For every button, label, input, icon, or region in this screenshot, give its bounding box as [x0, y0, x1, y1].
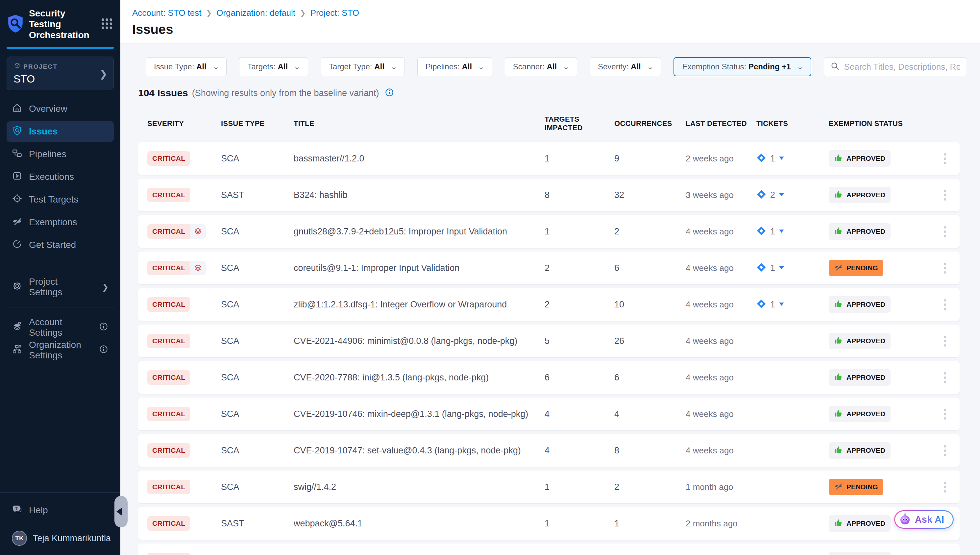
- sidebar-item-pipelines[interactable]: Pipelines: [6, 144, 114, 164]
- issue-title: gnutls28@3.7.9-2+deb12u5: Improper Input…: [294, 226, 545, 237]
- sidebar-item-organization-settings[interactable]: Organization Settings: [6, 340, 114, 360]
- row-menu-button[interactable]: [940, 260, 950, 277]
- sidebar-item-label: Overview: [29, 104, 67, 114]
- breadcrumb-account-link[interactable]: Account: STO test: [132, 8, 202, 18]
- severity-badge: CRITICAL: [148, 480, 190, 494]
- occurrences: 1: [614, 518, 686, 529]
- ticket-chip[interactable]: 1: [756, 262, 829, 274]
- filter-dropdown-severity[interactable]: Severity: All ⌄: [590, 57, 661, 76]
- sidebar-item-label: Executions: [29, 172, 74, 182]
- project-selector[interactable]: PROJECT STO ❯: [6, 56, 114, 90]
- ask-ai-button[interactable]: Ask AI: [894, 510, 954, 529]
- issue-row[interactable]: CRITICAL SAST django@1.2 1 22 2 months a…: [138, 544, 960, 555]
- sidebar-item-test-targets[interactable]: Test Targets: [6, 189, 114, 210]
- exempted-occurrences-icon: [190, 261, 206, 275]
- sidebar-item-label: Test Targets: [29, 194, 78, 205]
- row-menu-button[interactable]: [940, 478, 950, 496]
- module-grid-icon[interactable]: [100, 17, 114, 32]
- issue-row[interactable]: CRITICAL SCA bassmaster//1.2.0 1 9 2 wee…: [138, 142, 960, 175]
- sto-shield-logo-icon: [7, 14, 24, 34]
- chevron-down-icon: ⌄: [796, 63, 804, 71]
- ticket-chip[interactable]: 1: [756, 226, 829, 237]
- sidebar-item-get-started[interactable]: Get Started: [6, 235, 114, 255]
- caret-down-icon[interactable]: [779, 192, 784, 198]
- row-menu-button[interactable]: [940, 186, 950, 204]
- sidebar-item-executions[interactable]: Executions: [6, 167, 114, 187]
- sidebar-item-exemptions[interactable]: Exemptions: [6, 212, 114, 233]
- row-menu-button[interactable]: [940, 369, 950, 387]
- last-detected: 2 months ago: [686, 518, 756, 529]
- info-icon[interactable]: [385, 87, 394, 99]
- issues-count: 104 Issues: [138, 87, 188, 99]
- caret-down-icon[interactable]: [779, 228, 784, 234]
- row-menu-button[interactable]: [940, 406, 950, 423]
- targets-impacted: 1: [545, 518, 614, 529]
- issue-row[interactable]: CRITICAL SCA CVE-2019-10746: mixin-deep@…: [138, 398, 960, 430]
- ai-bot-icon: [898, 513, 912, 527]
- eye-slash-icon: [834, 482, 843, 492]
- caret-down-icon[interactable]: [779, 265, 784, 271]
- exemption-status-label: APPROVED: [847, 300, 885, 308]
- thumbs-up-icon: [834, 299, 843, 310]
- column-header-targets-impacted: TARGETS IMPACTED: [545, 115, 614, 132]
- issues-count-note: (Showing results only from the baseline …: [192, 88, 379, 98]
- exemption-status-badge: APPROVED: [829, 296, 890, 313]
- issue-type: SCA: [221, 446, 294, 456]
- executions-icon: [12, 171, 22, 183]
- row-menu-button[interactable]: [940, 332, 950, 350]
- main-content: Account: STO test ❯ Organization: defaul…: [120, 0, 980, 555]
- sidebar-item-overview[interactable]: Overview: [6, 99, 114, 119]
- filter-label: Exemption Status:: [682, 62, 746, 71]
- info-icon[interactable]: [99, 344, 109, 356]
- caret-down-icon[interactable]: [779, 156, 784, 162]
- info-icon[interactable]: [99, 322, 109, 334]
- sidebar-item-project-settings[interactable]: Project Settings ❯: [6, 277, 114, 297]
- filter-dropdown-scanner[interactable]: Scanner: All ⌄: [505, 57, 577, 76]
- chevron-down-icon: ⌄: [562, 63, 570, 71]
- chevron-right-icon: ❯: [300, 9, 306, 17]
- eye-slash-icon: [12, 216, 22, 229]
- ticket-chip[interactable]: 2: [756, 189, 829, 201]
- exemption-status-badge: APPROVED: [829, 223, 890, 240]
- filter-dropdown-issue-type[interactable]: Issue Type: All ⌄: [146, 57, 226, 76]
- issue-row[interactable]: CRITICAL SCA CVE-2021-44906: minimist@0.…: [138, 324, 960, 358]
- issue-type: SCA: [221, 409, 294, 419]
- thumbs-up-icon: [834, 153, 843, 164]
- search-input[interactable]: [844, 62, 960, 72]
- ticket-chip[interactable]: 1: [756, 299, 829, 310]
- row-menu-button[interactable]: [940, 442, 950, 459]
- sidebar-item-help[interactable]: ? Help: [6, 501, 114, 520]
- issues-table-header: SEVERITY ISSUE TYPE TITLE TARGETS IMPACT…: [138, 115, 960, 132]
- issue-row[interactable]: CRITICAL SCA gnutls28@3.7.9-2+deb12u5: I…: [138, 215, 960, 248]
- targets-impacted: 6: [545, 372, 614, 383]
- issue-row[interactable]: CRITICAL SAST webpack@5.64.1 1 1 2 month…: [138, 507, 960, 540]
- filter-dropdown-target-type[interactable]: Target Type: All ⌄: [321, 57, 405, 76]
- caret-down-icon[interactable]: [779, 302, 784, 307]
- sidebar-item-issues[interactable]: Issues: [6, 121, 114, 142]
- filter-dropdown-pipelines[interactable]: Pipelines: All ⌄: [417, 57, 492, 76]
- last-detected: 4 weeks ago: [686, 446, 756, 456]
- issue-row[interactable]: CRITICAL SCA coreutils@9.1-1: Improper I…: [138, 252, 960, 284]
- issue-row[interactable]: CRITICAL SCA CVE-2019-10747: set-value@0…: [138, 434, 960, 467]
- ticket-chip[interactable]: 1: [756, 153, 829, 164]
- breadcrumb-organization-link[interactable]: Organization: default: [217, 8, 295, 18]
- filter-dropdown-exemption-status[interactable]: Exemption Status: Pending +1 ⌄: [674, 57, 811, 76]
- filter-label: Pipelines:: [425, 62, 460, 71]
- occurrences: 4: [614, 409, 686, 419]
- issue-row[interactable]: CRITICAL SCA zlib@1:1.2.13.dfsg-1: Integ…: [138, 288, 960, 321]
- exemption-status-label: APPROVED: [847, 446, 885, 454]
- target-icon: [12, 193, 22, 206]
- row-menu-button[interactable]: [940, 552, 950, 555]
- row-menu-button[interactable]: [940, 296, 950, 313]
- user-menu[interactable]: TK Teja Kummarikuntla: [12, 531, 114, 546]
- row-menu-button[interactable]: [940, 150, 950, 167]
- breadcrumb-project-link[interactable]: Project: STO: [310, 8, 359, 18]
- issue-row[interactable]: CRITICAL SCA swig//1.4.2 1 2 1 month ago…: [138, 470, 960, 504]
- issue-row[interactable]: CRITICAL SAST B324: hashlib 8 32 3 weeks…: [138, 178, 960, 212]
- filter-dropdown-targets[interactable]: Targets: All ⌄: [239, 57, 308, 76]
- sidebar-item-account-settings[interactable]: Account Settings: [6, 317, 114, 338]
- sidebar-collapse-handle[interactable]: [114, 496, 128, 528]
- issue-row[interactable]: CRITICAL SCA CVE-2020-7788: ini@1.3.5 (l…: [138, 361, 960, 394]
- row-menu-button[interactable]: [940, 223, 950, 241]
- issues-count-line: 104 Issues (Showing results only from th…: [138, 87, 966, 99]
